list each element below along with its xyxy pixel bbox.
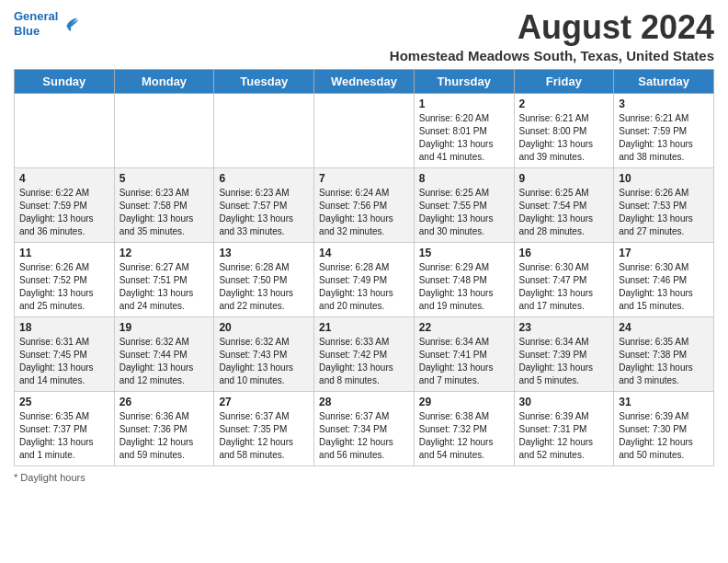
day-info: Sunrise: 6:35 AM Sunset: 7:37 PM Dayligh… — [19, 410, 109, 462]
day-number: 10 — [619, 172, 709, 185]
day-info: Sunrise: 6:37 AM Sunset: 7:34 PM Dayligh… — [319, 410, 409, 462]
day-info: Sunrise: 6:33 AM Sunset: 7:42 PM Dayligh… — [319, 336, 409, 387]
day-number: 23 — [519, 321, 609, 334]
day-info: Sunrise: 6:38 AM Sunset: 7:32 PM Dayligh… — [419, 410, 509, 462]
logo-general: General — [14, 9, 58, 23]
weekday-header-monday: Monday — [114, 69, 214, 93]
day-number: 20 — [219, 321, 309, 334]
calendar-cell: 20Sunrise: 6:32 AM Sunset: 7:43 PM Dayli… — [214, 316, 314, 391]
calendar-cell: 22Sunrise: 6:34 AM Sunset: 7:41 PM Dayli… — [414, 316, 514, 391]
calendar-cell: 19Sunrise: 6:32 AM Sunset: 7:44 PM Dayli… — [114, 316, 214, 391]
day-number: 18 — [19, 321, 109, 334]
day-info: Sunrise: 6:21 AM Sunset: 7:59 PM Dayligh… — [619, 112, 709, 164]
day-info: Sunrise: 6:39 AM Sunset: 7:30 PM Dayligh… — [619, 410, 709, 462]
subtitle: Homestead Meadows South, Texas, United S… — [390, 48, 714, 63]
day-number: 11 — [19, 247, 109, 259]
calendar-cell: 21Sunrise: 6:33 AM Sunset: 7:42 PM Dayli… — [314, 316, 415, 391]
logo-blue: Blue — [14, 24, 40, 38]
calendar-cell: 31Sunrise: 6:39 AM Sunset: 7:30 PM Dayli… — [614, 391, 714, 465]
calendar-cell: 14Sunrise: 6:28 AM Sunset: 7:49 PM Dayli… — [314, 242, 415, 316]
week-row-1: 1Sunrise: 6:20 AM Sunset: 8:01 PM Daylig… — [15, 93, 714, 167]
calendar-cell: 7Sunrise: 6:24 AM Sunset: 7:56 PM Daylig… — [314, 167, 415, 242]
logo-bird-icon — [60, 14, 80, 34]
header: General Blue August 2024 Homestead Meado… — [14, 9, 714, 63]
day-info: Sunrise: 6:35 AM Sunset: 7:38 PM Dayligh… — [619, 336, 709, 387]
day-number: 9 — [519, 172, 609, 185]
day-number: 7 — [319, 172, 409, 185]
calendar-cell: 5Sunrise: 6:23 AM Sunset: 7:58 PM Daylig… — [114, 167, 214, 242]
day-number: 22 — [419, 321, 509, 334]
day-info: Sunrise: 6:28 AM Sunset: 7:50 PM Dayligh… — [219, 261, 309, 313]
weekday-header-thursday: Thursday — [414, 69, 514, 93]
calendar-cell: 16Sunrise: 6:30 AM Sunset: 7:47 PM Dayli… — [514, 242, 614, 316]
day-info: Sunrise: 6:32 AM Sunset: 7:44 PM Dayligh… — [119, 336, 210, 387]
calendar-cell: 25Sunrise: 6:35 AM Sunset: 7:37 PM Dayli… — [15, 391, 115, 465]
day-number: 29 — [419, 396, 509, 408]
calendar-cell: 24Sunrise: 6:35 AM Sunset: 7:38 PM Dayli… — [614, 316, 714, 391]
day-info: Sunrise: 6:32 AM Sunset: 7:43 PM Dayligh… — [219, 336, 309, 387]
calendar-cell: 11Sunrise: 6:26 AM Sunset: 7:52 PM Dayli… — [15, 242, 115, 316]
day-number: 27 — [219, 396, 309, 408]
day-info: Sunrise: 6:34 AM Sunset: 7:39 PM Dayligh… — [519, 336, 609, 387]
weekday-header-tuesday: Tuesday — [214, 69, 314, 93]
calendar-cell: 10Sunrise: 6:26 AM Sunset: 7:53 PM Dayli… — [614, 167, 714, 242]
calendar-cell: 4Sunrise: 6:22 AM Sunset: 7:59 PM Daylig… — [15, 167, 115, 242]
calendar-cell — [214, 93, 314, 167]
calendar-cell: 23Sunrise: 6:34 AM Sunset: 7:39 PM Dayli… — [514, 316, 614, 391]
calendar-cell: 15Sunrise: 6:29 AM Sunset: 7:48 PM Dayli… — [414, 242, 514, 316]
week-row-4: 18Sunrise: 6:31 AM Sunset: 7:45 PM Dayli… — [15, 316, 714, 391]
day-info: Sunrise: 6:20 AM Sunset: 8:01 PM Dayligh… — [419, 112, 509, 164]
logo-text: General Blue — [14, 9, 58, 38]
day-info: Sunrise: 6:23 AM Sunset: 7:57 PM Dayligh… — [219, 187, 309, 238]
calendar-cell: 2Sunrise: 6:21 AM Sunset: 8:00 PM Daylig… — [514, 93, 614, 167]
title-block: August 2024 Homestead Meadows South, Tex… — [390, 9, 714, 63]
calendar-cell: 17Sunrise: 6:30 AM Sunset: 7:46 PM Dayli… — [614, 242, 714, 316]
day-info: Sunrise: 6:27 AM Sunset: 7:51 PM Dayligh… — [119, 261, 210, 313]
day-info: Sunrise: 6:25 AM Sunset: 7:54 PM Dayligh… — [519, 187, 609, 238]
day-info: Sunrise: 6:22 AM Sunset: 7:59 PM Dayligh… — [19, 187, 109, 238]
calendar-cell: 29Sunrise: 6:38 AM Sunset: 7:32 PM Dayli… — [414, 391, 514, 465]
day-number: 8 — [419, 172, 509, 185]
day-number: 14 — [319, 247, 409, 259]
day-number: 3 — [619, 98, 709, 110]
week-row-5: 25Sunrise: 6:35 AM Sunset: 7:37 PM Dayli… — [15, 391, 714, 465]
calendar-table: SundayMondayTuesdayWednesdayThursdayFrid… — [14, 69, 714, 466]
day-number: 4 — [19, 172, 109, 185]
week-row-2: 4Sunrise: 6:22 AM Sunset: 7:59 PM Daylig… — [15, 167, 714, 242]
calendar-cell: 1Sunrise: 6:20 AM Sunset: 8:01 PM Daylig… — [414, 93, 514, 167]
day-info: Sunrise: 6:34 AM Sunset: 7:41 PM Dayligh… — [419, 336, 509, 387]
day-number: 2 — [519, 98, 609, 110]
calendar-cell: 26Sunrise: 6:36 AM Sunset: 7:36 PM Dayli… — [114, 391, 214, 465]
day-number: 26 — [119, 396, 210, 408]
day-info: Sunrise: 6:28 AM Sunset: 7:49 PM Dayligh… — [319, 261, 409, 313]
weekday-header-wednesday: Wednesday — [314, 69, 415, 93]
day-number: 12 — [119, 247, 210, 259]
calendar-cell: 28Sunrise: 6:37 AM Sunset: 7:34 PM Dayli… — [314, 391, 415, 465]
day-number: 16 — [519, 247, 609, 259]
weekday-header-friday: Friday — [514, 69, 614, 93]
day-info: Sunrise: 6:36 AM Sunset: 7:36 PM Dayligh… — [119, 410, 210, 462]
day-number: 13 — [219, 247, 309, 259]
calendar-cell: 18Sunrise: 6:31 AM Sunset: 7:45 PM Dayli… — [15, 316, 115, 391]
calendar-cell: 9Sunrise: 6:25 AM Sunset: 7:54 PM Daylig… — [514, 167, 614, 242]
day-info: Sunrise: 6:26 AM Sunset: 7:52 PM Dayligh… — [19, 261, 109, 313]
main-title: August 2024 — [390, 9, 714, 46]
day-number: 24 — [619, 321, 709, 334]
day-info: Sunrise: 6:30 AM Sunset: 7:47 PM Dayligh… — [519, 261, 609, 313]
weekday-header-row: SundayMondayTuesdayWednesdayThursdayFrid… — [15, 69, 714, 93]
day-number: 31 — [619, 396, 709, 408]
daylight-label: Daylight hours — [20, 472, 85, 483]
calendar-cell — [314, 93, 415, 167]
calendar-cell: 30Sunrise: 6:39 AM Sunset: 7:31 PM Dayli… — [514, 391, 614, 465]
day-info: Sunrise: 6:25 AM Sunset: 7:55 PM Dayligh… — [419, 187, 509, 238]
calendar-cell: 6Sunrise: 6:23 AM Sunset: 7:57 PM Daylig… — [214, 167, 314, 242]
calendar-cell: 8Sunrise: 6:25 AM Sunset: 7:55 PM Daylig… — [414, 167, 514, 242]
day-info: Sunrise: 6:31 AM Sunset: 7:45 PM Dayligh… — [19, 336, 109, 387]
day-number: 5 — [119, 172, 210, 185]
day-info: Sunrise: 6:23 AM Sunset: 7:58 PM Dayligh… — [119, 187, 210, 238]
day-number: 19 — [119, 321, 210, 334]
weekday-header-sunday: Sunday — [15, 69, 115, 93]
day-number: 21 — [319, 321, 409, 334]
day-number: 6 — [219, 172, 309, 185]
calendar-cell: 27Sunrise: 6:37 AM Sunset: 7:35 PM Dayli… — [214, 391, 314, 465]
